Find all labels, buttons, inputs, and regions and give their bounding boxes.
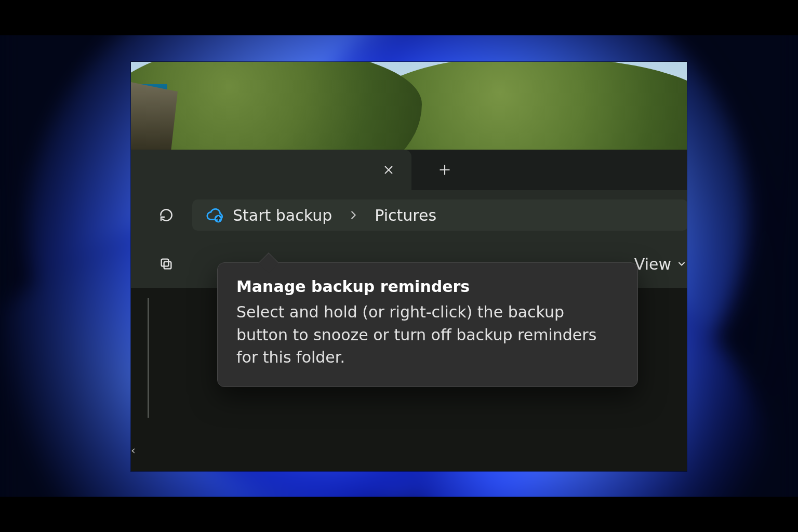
chevron-right-icon xyxy=(348,209,359,221)
copy-icon xyxy=(158,256,174,272)
active-tab[interactable] xyxy=(131,150,411,190)
letterbox-bottom xyxy=(0,497,798,532)
letterbox-top xyxy=(0,0,798,35)
gallery-preview xyxy=(131,62,687,150)
close-icon xyxy=(383,164,394,176)
new-tab-button[interactable] xyxy=(428,150,461,190)
cloud-backup-icon xyxy=(206,206,223,224)
start-backup-button[interactable]: Start backup xyxy=(206,206,332,224)
truncated-label: ‹ xyxy=(131,444,137,459)
address-bar-row: Start backup Pictures xyxy=(131,190,687,240)
plus-icon xyxy=(438,163,451,177)
nav-divider xyxy=(148,298,149,418)
breadcrumb-current[interactable]: Pictures xyxy=(375,206,436,224)
refresh-icon xyxy=(158,207,174,223)
svg-rect-1 xyxy=(164,262,171,269)
chevron-down-icon xyxy=(676,259,687,269)
start-backup-label: Start backup xyxy=(233,206,332,224)
backup-tooltip: Manage backup reminders Select and hold … xyxy=(217,262,638,387)
refresh-button[interactable] xyxy=(155,204,178,227)
breadcrumb-separator[interactable] xyxy=(348,209,359,221)
view-label: View xyxy=(634,255,671,273)
tooltip-title: Manage backup reminders xyxy=(236,277,619,296)
copy-button[interactable] xyxy=(155,252,178,275)
view-menu[interactable]: View xyxy=(634,240,687,288)
close-tab-button[interactable] xyxy=(380,162,397,178)
breadcrumb-bar[interactable]: Start backup Pictures xyxy=(192,200,687,231)
svg-rect-2 xyxy=(162,259,169,267)
tab-strip xyxy=(131,150,687,190)
tooltip-body: Select and hold (or right-click) the bac… xyxy=(236,301,619,369)
